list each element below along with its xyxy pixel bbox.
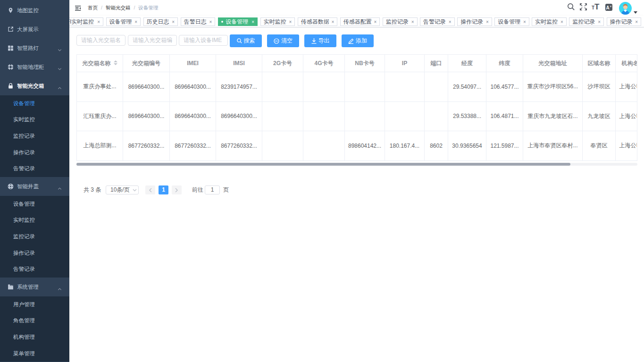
svg-text:A: A	[606, 5, 609, 10]
svg-text:z: z	[610, 5, 611, 8]
